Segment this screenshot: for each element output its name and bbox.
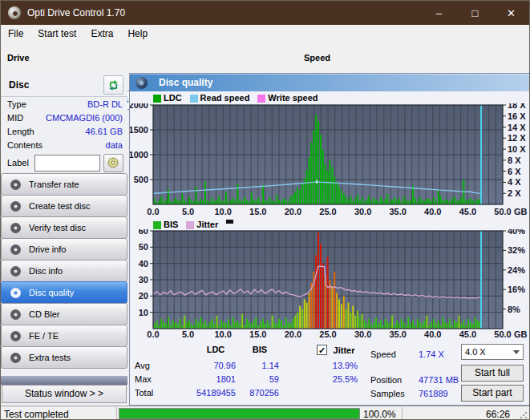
svg-text:30.0: 30.0: [354, 207, 371, 216]
legend-item: [226, 220, 233, 229]
menu-start-test[interactable]: Start test: [30, 26, 83, 42]
sidebar-item-label: Disc quality: [29, 288, 74, 297]
svg-text:1000: 1000: [130, 150, 148, 160]
disc-icon: [10, 309, 22, 321]
sidebar-item-verify-test-disc[interactable]: Verify test disc: [1, 216, 127, 239]
disc-label-row: Label: [7, 153, 123, 172]
svg-text:24%: 24%: [508, 265, 525, 275]
sidebar-item-fe-te[interactable]: FE / TE: [1, 325, 127, 347]
test-speed-combo[interactable]: 4.0 X: [461, 344, 524, 360]
legend-swatch: [186, 221, 194, 229]
svg-text:GB: GB: [514, 207, 528, 216]
sidebar-item-disc-quality[interactable]: Disc quality: [1, 281, 127, 304]
speed-info-label: Speed: [370, 349, 396, 359]
svg-text:10: 10: [139, 308, 148, 317]
svg-text:15.0: 15.0: [249, 329, 266, 339]
sidebar-item-label: FE / TE: [29, 331, 59, 341]
status-window-button[interactable]: Status window > >: [2, 385, 127, 403]
titlebar: Opti Drive Control 1.70 – □ ✕: [1, 1, 529, 25]
chevron-down-icon: [513, 350, 520, 354]
sidebar-item-create-test-disc[interactable]: Create test disc: [1, 195, 127, 217]
minimize-button[interactable]: –: [421, 1, 457, 25]
disc-length-row: Length 46.61 GB: [7, 127, 123, 139]
position-info-label: Position: [370, 375, 402, 385]
menu-extra[interactable]: Extra: [83, 26, 120, 42]
legend-swatch: [153, 221, 161, 229]
maximize-button[interactable]: □: [457, 1, 493, 25]
svg-text:45.0: 45.0: [459, 207, 476, 216]
svg-text:40.0: 40.0: [424, 329, 441, 339]
sidebar-item-extra-tests[interactable]: Extra tests: [1, 346, 127, 369]
disc-quality-icon: [136, 77, 148, 89]
elapsed-time: 66:26: [486, 409, 510, 420]
disc-type-label: Type: [7, 99, 26, 111]
disc-contents-value: data: [106, 140, 123, 152]
sidebar-gradient-strip: [1, 376, 127, 385]
disc-label-button[interactable]: [103, 154, 123, 172]
stats-panel: LDC BIS ✓ Jitter Avg 70.96 1.14 13.9% Ma…: [130, 343, 530, 405]
svg-text:30: 30: [139, 275, 148, 285]
samples-info-value: 761889: [419, 389, 448, 398]
svg-text:20.0: 20.0: [285, 329, 301, 339]
svg-text:500: 500: [134, 175, 148, 184]
svg-text:2 X: 2 X: [508, 188, 521, 198]
sidebar-item-cd-bler[interactable]: CD Bler: [1, 303, 127, 325]
sidebar: Disc Type BD-R DL MID CMCMAGDI6 (000) Le…: [1, 73, 127, 406]
toolbar: Drive (J:) ATAPI iHBS312 2 PL17 Speed 4.…: [1, 42, 529, 73]
legend-swatch: [257, 95, 265, 103]
svg-text:50.0: 50.0: [494, 207, 511, 216]
sidebar-item-drive-info[interactable]: Drive info: [1, 238, 127, 260]
close-button[interactable]: ✕: [493, 1, 529, 25]
ldc-chart: 5001000150020002 X4 X6 X8 X10 X12 X14 X1…: [130, 103, 530, 220]
svg-text:60: 60: [139, 229, 148, 236]
svg-text:20.0: 20.0: [285, 207, 301, 216]
sidebar-item-disc-info[interactable]: Disc info: [1, 260, 127, 282]
ldc-chart-legend: LDCRead speedWrite speed: [153, 92, 318, 103]
bis-avg-value: 1.14: [221, 361, 279, 370]
disc-icon: [10, 352, 22, 364]
svg-text:10.0: 10.0: [214, 329, 231, 339]
svg-text:0.0: 0.0: [147, 207, 159, 216]
svg-text:0.0: 0.0: [147, 329, 159, 339]
disc-mid-label: MID: [7, 113, 23, 125]
svg-text:10 X: 10 X: [508, 144, 526, 154]
disc-label-label: Label: [7, 158, 29, 168]
total-row-label: Total: [135, 388, 153, 398]
svg-text:35.0: 35.0: [389, 329, 406, 339]
ldc-column-header: LDC: [198, 345, 233, 354]
svg-text:30.0: 30.0: [354, 329, 371, 339]
statusbar-separator: [402, 407, 403, 420]
position-info-value: 47731 MB: [419, 375, 459, 385]
sidebar-item-label: Verify test disc: [29, 223, 86, 232]
legend-swatch: [153, 95, 161, 103]
start-full-button[interactable]: Start full: [461, 365, 524, 382]
menu-help[interactable]: Help: [120, 26, 155, 42]
disc-panel-title: Disc: [9, 79, 29, 91]
menu-file[interactable]: File: [1, 26, 30, 42]
resize-grip[interactable]: [520, 411, 528, 419]
disc-contents-row: Contents data: [7, 140, 123, 152]
svg-text:5.0: 5.0: [182, 329, 194, 339]
start-part-button[interactable]: Start part: [461, 385, 524, 402]
svg-text:18 X: 18 X: [508, 103, 526, 110]
disc-label-input[interactable]: [34, 155, 100, 172]
disc-length-value: 46.61 GB: [86, 127, 123, 139]
status-text: Test completed: [4, 409, 69, 420]
svg-text:16 X: 16 X: [508, 111, 526, 121]
disc-mid-value: CMCMAGDI6 (000): [46, 113, 123, 125]
disc-icon: [10, 265, 22, 277]
app-disc-icon: [8, 6, 21, 19]
cd-icon: [107, 157, 119, 168]
svg-text:15.0: 15.0: [249, 207, 266, 216]
progress-fill: [119, 409, 359, 418]
svg-text:8 X: 8 X: [508, 155, 521, 165]
refresh-icon: [107, 79, 119, 91]
max-row-label: Max: [135, 374, 152, 384]
svg-text:GB: GB: [514, 329, 528, 339]
samples-info-label: Samples: [370, 389, 405, 398]
disc-refresh-button[interactable]: [103, 75, 123, 95]
svg-text:45.0: 45.0: [459, 329, 476, 339]
jitter-checkbox[interactable]: ✓: [317, 345, 327, 355]
sidebar-item-transfer-rate[interactable]: Transfer rate: [1, 173, 127, 196]
test-speed-combo-value: 4.0 X: [465, 347, 486, 357]
